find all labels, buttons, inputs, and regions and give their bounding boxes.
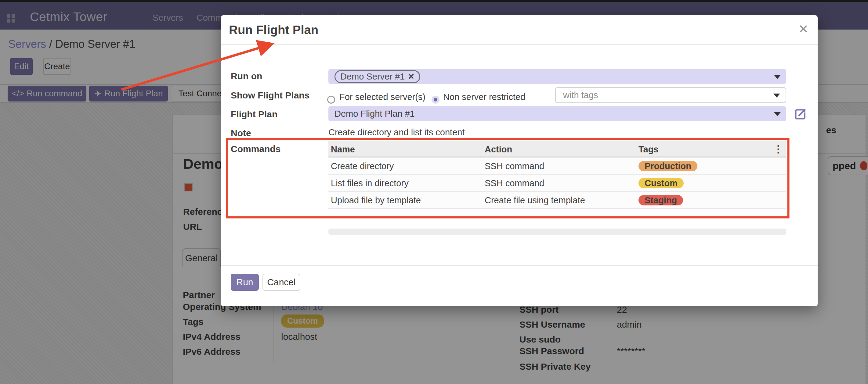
radio-for-selected-servers[interactable]	[327, 96, 335, 104]
table-row[interactable]: Upload file by template Create file usin…	[329, 192, 786, 209]
dialog-header-divider	[221, 44, 818, 45]
cancel-button[interactable]: Cancel	[262, 274, 300, 291]
commands-table: Name Action Tags ⋮ Create directory SSH …	[329, 141, 786, 209]
form-column-divider	[322, 68, 322, 242]
table-row[interactable]: Create directory SSH command Production	[329, 158, 786, 175]
close-icon[interactable]: ✕	[798, 22, 808, 36]
run-on-select[interactable]: Demo Server #1 ✕	[329, 69, 786, 84]
radio-for-selected-servers-label[interactable]: For selected server(s)	[339, 92, 426, 102]
tag-custom: Custom	[639, 178, 684, 188]
tag-staging: Staging	[639, 195, 683, 205]
chevron-down-icon	[774, 75, 781, 79]
column-header-tags[interactable]: Tags	[639, 144, 659, 154]
kebab-menu-icon[interactable]: ⋮	[773, 143, 783, 155]
remove-tag-icon[interactable]: ✕	[408, 72, 414, 81]
column-header-name[interactable]: Name	[331, 144, 355, 154]
chevron-down-icon	[773, 94, 780, 98]
run-on-tag[interactable]: Demo Server #1 ✕	[335, 70, 420, 83]
dialog-title: Run Flight Plan	[229, 23, 318, 37]
note-value: Create directory and list its content	[329, 128, 465, 137]
flight-plan-label: Flight Plan	[231, 109, 277, 119]
chevron-down-icon	[774, 112, 781, 116]
note-label: Note	[231, 128, 251, 138]
external-link-icon[interactable]	[794, 108, 807, 121]
tag-production: Production	[639, 161, 698, 171]
dialog-footer-divider	[221, 265, 818, 266]
screen: Cetmix Tower Servers Commands Files Tool…	[0, 0, 868, 384]
radio-non-server-restricted[interactable]	[432, 96, 439, 104]
radio-non-server-restricted-label[interactable]: Non server restricted	[443, 92, 525, 102]
with-tags-select[interactable]: with tags	[555, 87, 786, 103]
run-on-label: Run on	[231, 71, 262, 81]
run-button[interactable]: Run	[231, 274, 259, 291]
commands-label: Commands	[231, 144, 280, 154]
horizontal-scrollbar[interactable]	[329, 229, 786, 235]
show-flight-plans-label: Show Flight Plans	[231, 90, 309, 101]
commands-table-header: Name Action Tags ⋮	[329, 141, 786, 158]
column-header-action[interactable]: Action	[485, 144, 512, 154]
run-flight-plan-dialog: Run Flight Plan ✕ Run on Demo Server #1 …	[221, 15, 818, 306]
flight-plan-select[interactable]: Demo Flight Plan #1	[329, 106, 786, 121]
table-row[interactable]: List files in directory SSH command Cust…	[329, 175, 786, 192]
